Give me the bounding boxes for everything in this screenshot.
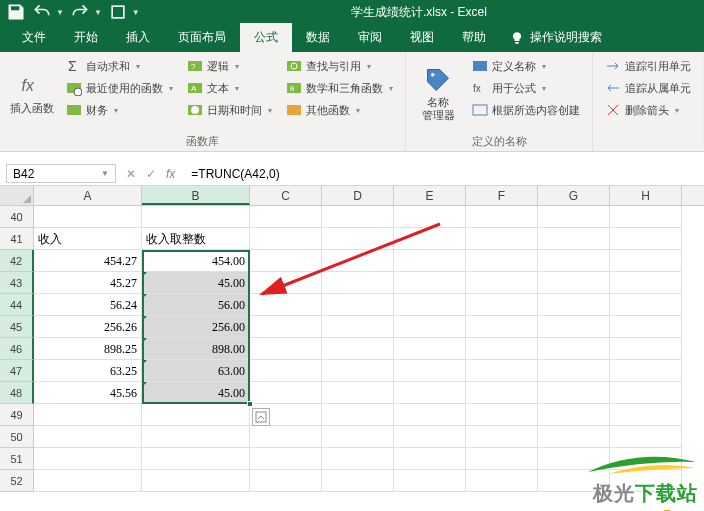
- other-functions-button[interactable]: 其他函数▾: [282, 100, 397, 120]
- cell[interactable]: [538, 228, 610, 250]
- cell[interactable]: [142, 426, 250, 448]
- cell[interactable]: 收入: [34, 228, 142, 250]
- cell[interactable]: 256.26: [34, 316, 142, 338]
- cell[interactable]: [466, 360, 538, 382]
- cell[interactable]: [394, 294, 466, 316]
- cell[interactable]: 收入取整数: [142, 228, 250, 250]
- row-header[interactable]: 50: [0, 426, 34, 448]
- cell[interactable]: [610, 250, 682, 272]
- tab-file[interactable]: 文件: [8, 23, 60, 52]
- cell[interactable]: [34, 448, 142, 470]
- qat-customize[interactable]: ▼: [132, 8, 140, 17]
- cell[interactable]: [34, 426, 142, 448]
- col-header-e[interactable]: E: [394, 186, 466, 205]
- cell[interactable]: 45.00: [142, 382, 250, 404]
- fill-handle[interactable]: [247, 401, 253, 407]
- cell[interactable]: [250, 382, 322, 404]
- cell[interactable]: [466, 426, 538, 448]
- tab-insert[interactable]: 插入: [112, 23, 164, 52]
- cell[interactable]: 45.27: [34, 272, 142, 294]
- cell[interactable]: 45.00: [142, 272, 250, 294]
- col-header-d[interactable]: D: [322, 186, 394, 205]
- cell[interactable]: [322, 382, 394, 404]
- row-header[interactable]: 48: [0, 382, 34, 404]
- cell[interactable]: [610, 316, 682, 338]
- cell[interactable]: [34, 470, 142, 492]
- tab-view[interactable]: 视图: [396, 23, 448, 52]
- cell[interactable]: [466, 382, 538, 404]
- cell[interactable]: [250, 228, 322, 250]
- col-header-g[interactable]: G: [538, 186, 610, 205]
- cell[interactable]: [538, 294, 610, 316]
- lookup-button[interactable]: 查找与引用▾: [282, 56, 397, 76]
- row-header[interactable]: 43: [0, 272, 34, 294]
- datetime-button[interactable]: 日期和时间▾: [183, 100, 276, 120]
- recent-functions-button[interactable]: 最近使用的函数▾: [62, 78, 177, 98]
- define-name-button[interactable]: 定义名称▾: [468, 56, 584, 76]
- name-box[interactable]: B42 ▼: [6, 164, 116, 183]
- cell[interactable]: [322, 206, 394, 228]
- cell[interactable]: [250, 206, 322, 228]
- formula-bar[interactable]: =TRUNC(A42,0): [185, 162, 704, 185]
- cell[interactable]: 45.56: [34, 382, 142, 404]
- cell[interactable]: 898.00: [142, 338, 250, 360]
- cell[interactable]: [34, 206, 142, 228]
- cell[interactable]: [250, 316, 322, 338]
- cell[interactable]: [394, 206, 466, 228]
- cell[interactable]: [538, 316, 610, 338]
- cell[interactable]: 454.00: [142, 250, 250, 272]
- col-header-b[interactable]: B: [142, 186, 250, 205]
- tab-layout[interactable]: 页面布局: [164, 23, 240, 52]
- cell[interactable]: [610, 272, 682, 294]
- cell[interactable]: 63.25: [34, 360, 142, 382]
- cell[interactable]: [142, 404, 250, 426]
- cell[interactable]: [250, 448, 322, 470]
- name-manager-button[interactable]: 名称 管理器: [414, 56, 462, 132]
- cell[interactable]: [538, 250, 610, 272]
- autosum-button[interactable]: Σ自动求和▾: [62, 56, 177, 76]
- cell[interactable]: [250, 272, 322, 294]
- namebox-dropdown-icon[interactable]: ▼: [101, 169, 109, 178]
- cell[interactable]: [394, 448, 466, 470]
- redo-icon[interactable]: [70, 2, 90, 22]
- cancel-icon[interactable]: ✕: [126, 167, 136, 181]
- save-icon[interactable]: [6, 2, 26, 22]
- trace-dependents-button[interactable]: 追踪从属单元: [601, 78, 695, 98]
- cell[interactable]: [394, 360, 466, 382]
- cell[interactable]: [322, 448, 394, 470]
- cell[interactable]: [538, 206, 610, 228]
- cell[interactable]: 256.00: [142, 316, 250, 338]
- cell[interactable]: [610, 294, 682, 316]
- row-header[interactable]: 51: [0, 448, 34, 470]
- cell[interactable]: 454.27: [34, 250, 142, 272]
- tab-formulas[interactable]: 公式: [240, 23, 292, 52]
- cell[interactable]: [466, 404, 538, 426]
- tab-review[interactable]: 审阅: [344, 23, 396, 52]
- cell[interactable]: [322, 294, 394, 316]
- col-header-a[interactable]: A: [34, 186, 142, 205]
- use-in-formula-button[interactable]: fx用于公式▾: [468, 78, 584, 98]
- row-header[interactable]: 52: [0, 470, 34, 492]
- cell[interactable]: [322, 316, 394, 338]
- logical-button[interactable]: ?逻辑▾: [183, 56, 276, 76]
- cell[interactable]: [322, 470, 394, 492]
- cell[interactable]: [466, 470, 538, 492]
- cell[interactable]: [538, 404, 610, 426]
- select-all-corner[interactable]: [0, 186, 34, 205]
- tab-data[interactable]: 数据: [292, 23, 344, 52]
- cell[interactable]: [610, 382, 682, 404]
- row-header[interactable]: 40: [0, 206, 34, 228]
- cell[interactable]: [322, 404, 394, 426]
- cell[interactable]: [142, 470, 250, 492]
- cell[interactable]: [538, 338, 610, 360]
- create-from-selection-button[interactable]: 根据所选内容创建: [468, 100, 584, 120]
- col-header-f[interactable]: F: [466, 186, 538, 205]
- remove-arrows-button[interactable]: 删除箭头▾: [601, 100, 695, 120]
- cell[interactable]: [466, 228, 538, 250]
- cell[interactable]: [394, 404, 466, 426]
- cell[interactable]: [322, 272, 394, 294]
- cell[interactable]: [394, 426, 466, 448]
- undo-dropdown[interactable]: ▼: [56, 8, 64, 17]
- cell[interactable]: 898.25: [34, 338, 142, 360]
- financial-button[interactable]: 财务▾: [62, 100, 177, 120]
